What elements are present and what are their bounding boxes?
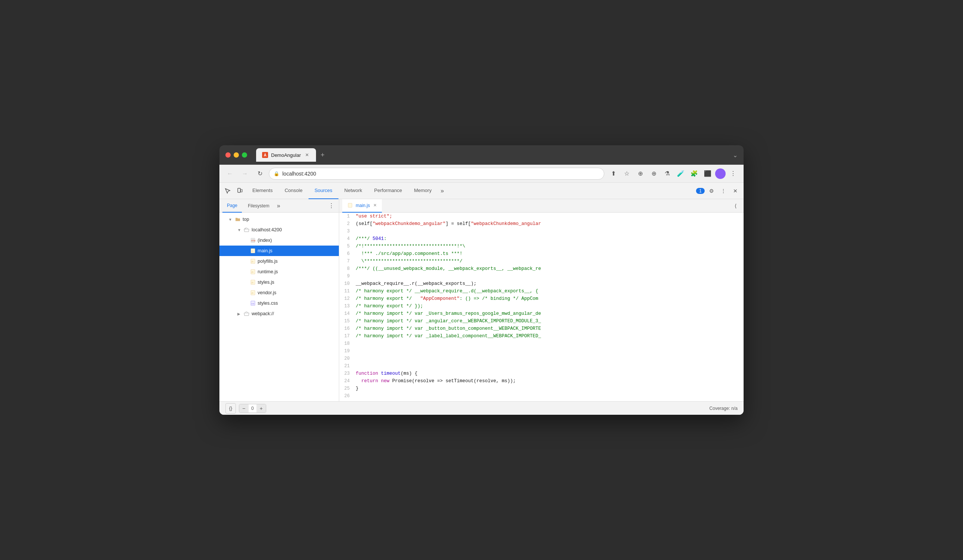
line-content: (self["webpackChunkdemo_angular"] = self… <box>356 220 744 228</box>
bookmark-button[interactable]: ☆ <box>621 168 633 180</box>
tree-item-styles-js[interactable]: ▶ JS styles.js <box>219 277 339 288</box>
tree-item-polyfills[interactable]: ▶ JS polyfills.js <box>219 256 339 267</box>
device-toolbar-button[interactable] <box>234 186 245 196</box>
code-line: 15/* harmony import */ var _angular_core… <box>339 317 744 325</box>
devtools-more-button[interactable]: ⋮ <box>718 186 729 196</box>
tab-title: DemoAngular <box>271 152 301 158</box>
tab-network[interactable]: Network <box>339 183 368 199</box>
line-number: 12 <box>339 295 356 303</box>
tab-close-icon[interactable]: ✕ <box>304 152 310 158</box>
extension3-button[interactable]: ⚗ <box>661 168 673 180</box>
extensions-button[interactable]: 🧩 <box>688 168 700 180</box>
devtools-close-button[interactable]: ✕ <box>730 186 741 196</box>
code-tab-main-js[interactable]: main.js ✕ <box>342 199 382 213</box>
code-line: 19 <box>339 347 744 355</box>
devtools: Elements Console Sources Network Perform… <box>219 183 744 415</box>
line-number: 2 <box>339 220 356 228</box>
code-line: 9 <box>339 272 744 280</box>
tree-item-localhost[interactable]: ▼ localhost:4200 <box>219 225 339 235</box>
tab-memory[interactable]: Memory <box>408 183 438 199</box>
code-line: 12/* harmony export */ "AppComponent": (… <box>339 295 744 303</box>
line-number: 15 <box>339 317 356 325</box>
svg-rect-1 <box>241 189 242 192</box>
line-content: } <box>356 385 744 392</box>
avatar[interactable] <box>715 168 726 179</box>
line-number: 11 <box>339 288 356 295</box>
code-editor[interactable]: 1"use strict";2(self["webpackChunkdemo_a… <box>339 213 744 401</box>
format-button[interactable]: {} <box>225 403 236 414</box>
inspect-element-button[interactable] <box>222 186 233 196</box>
minimize-button[interactable] <box>233 152 239 158</box>
sidebar-button[interactable]: ⬛ <box>702 168 713 180</box>
more-menu-button[interactable]: ⋮ <box>727 168 739 180</box>
maximize-button[interactable] <box>242 152 247 158</box>
zoom-in-button[interactable]: + <box>257 404 266 413</box>
active-tab[interactable]: A DemoAngular ✕ <box>256 148 316 162</box>
tree-label-localhost: localhost:4200 <box>251 227 282 233</box>
url-text: localhost:4200 <box>282 171 316 177</box>
address-bar[interactable]: 🔒 localhost:4200 <box>269 168 604 180</box>
forward-button[interactable]: → <box>239 168 251 180</box>
js-file-icon: JS <box>250 269 256 274</box>
code-tabs: main.js ✕ ⟨ <box>339 199 744 213</box>
tab-favicon: A <box>262 152 268 158</box>
file-tab-more[interactable]: » <box>275 202 282 209</box>
line-content: /* harmony export */ }); <box>356 303 744 310</box>
new-tab-button[interactable]: + <box>318 150 328 160</box>
code-line: 20 <box>339 355 744 363</box>
svg-text:HTML: HTML <box>251 240 255 242</box>
tab-elements[interactable]: Elements <box>246 183 279 199</box>
share-button[interactable]: ⬆ <box>607 168 619 180</box>
extension4-button[interactable]: 🧪 <box>675 168 687 180</box>
svg-text:CSS: CSS <box>251 303 255 305</box>
tree-item-webpack[interactable]: ▶ webpack:// <box>219 308 339 319</box>
tree-item-top[interactable]: ▼ top <box>219 214 339 225</box>
devtools-toolbar: Elements Console Sources Network Perform… <box>219 183 744 199</box>
collapse-panel-button[interactable]: ⟨ <box>730 201 741 211</box>
tree-label-webpack: webpack:// <box>251 311 274 316</box>
code-line: 7 \**********************************/ <box>339 257 744 265</box>
devtools-tabs: Elements Console Sources Network Perform… <box>246 183 694 199</box>
extension1-button[interactable]: ⊕ <box>634 168 646 180</box>
bottom-left: {} − 0 + <box>225 403 266 414</box>
line-number: 23 <box>339 370 356 377</box>
file-tab-page[interactable]: Page <box>222 199 242 213</box>
tree-label-runtime: runtime.js <box>258 269 278 274</box>
tab-sources[interactable]: Sources <box>308 183 339 199</box>
tree-label-main-js: main.js <box>258 248 272 253</box>
chevron-down-icon: ▼ <box>237 228 242 232</box>
devtools-tabs-more[interactable]: » <box>438 183 447 199</box>
file-panel-options[interactable]: ⋮ <box>327 202 336 209</box>
svg-text:JS: JS <box>251 250 254 252</box>
settings-button[interactable]: ⚙ <box>706 186 717 196</box>
tab-performance[interactable]: Performance <box>368 183 408 199</box>
tree-item-styles-css[interactable]: ▶ CSS styles.css <box>219 298 339 308</box>
tree-item-vendor[interactable]: ▶ JS vendor.js <box>219 288 339 298</box>
back-button[interactable]: ← <box>224 168 236 180</box>
tree-item-index[interactable]: ▶ HTML (index) <box>219 235 339 246</box>
tree-item-runtime[interactable]: ▶ JS runtime.js <box>219 267 339 277</box>
tab-console[interactable]: Console <box>279 183 308 199</box>
tree-item-main-js[interactable]: ▶ JS main.js <box>219 246 339 256</box>
browser-window: A DemoAngular ✕ + ⌄ ← → ↻ 🔒 localhost:42… <box>219 145 744 415</box>
zoom-out-button[interactable]: − <box>239 404 248 413</box>
line-content: !*** ./src/app/app.component.ts ***! <box>356 250 744 257</box>
code-tab-close-icon[interactable]: ✕ <box>372 203 378 208</box>
line-content: /* harmony import */ var _angular_core__… <box>356 317 744 325</box>
code-line: 21 <box>339 363 744 370</box>
code-line: 11/* harmony export */ __webpack_require… <box>339 288 744 295</box>
tree-label-index: (index) <box>258 238 272 243</box>
file-tab-filesystem[interactable]: Filesystem <box>243 199 274 213</box>
close-button[interactable] <box>225 152 231 158</box>
svg-text:JS: JS <box>251 292 254 294</box>
svg-text:JS: JS <box>251 282 254 284</box>
reload-button[interactable]: ↻ <box>254 168 266 180</box>
file-panel: Page Filesystem » ⋮ ▼ top <box>219 199 339 401</box>
js-file-icon: JS <box>250 280 256 285</box>
cloud-folder-icon <box>243 227 250 233</box>
js-file-icon: JS <box>250 290 256 295</box>
js-tab-icon <box>347 203 353 208</box>
tree-label-styles-js: styles.js <box>258 280 274 285</box>
window-collapse-button[interactable]: ⌄ <box>733 152 738 159</box>
extension2-button[interactable]: ⊕ <box>648 168 660 180</box>
